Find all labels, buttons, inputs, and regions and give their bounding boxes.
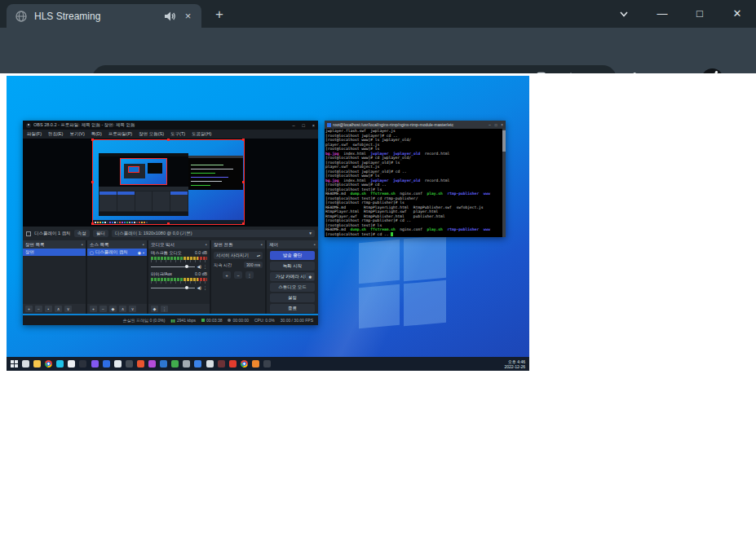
obs-mixer-channel-name: 데스크톱 오디오 (151, 250, 182, 256)
taskbar-app-icon (160, 360, 167, 368)
taskbar-app-icons (22, 360, 275, 368)
obs-source-visible-checkbox (26, 231, 31, 236)
obs-transition-button: ⋮ (245, 271, 254, 279)
taskbar-app-icon (206, 360, 214, 368)
taskbar-app-icon (218, 360, 225, 368)
obs-mixer-channel-name: 마이크/Aux (151, 271, 172, 277)
obs-sources-footer: +−◆∧∨ (87, 304, 147, 314)
nested-taskbar-icon (104, 222, 106, 223)
obs-controls-dock-header: 제어 ▪ (267, 240, 318, 249)
obs-scenes-footer-button: − (35, 306, 42, 312)
tab-title: HLS Streaming (34, 11, 160, 22)
selection-handle (242, 139, 245, 141)
obs-volume-slider-row: ◀)⋮ (148, 284, 210, 291)
streaming-active-icon (201, 319, 205, 322)
obs-transition-select: 서서히 사라지기 ▴▾ (214, 252, 263, 259)
obs-status-item: ▮▮2941 kbps (170, 318, 196, 323)
terminal-cursor (391, 232, 393, 236)
obs-scene-list: 장면 (23, 249, 86, 256)
terminal-minimize-icon: – (489, 123, 491, 127)
obs-meter-ticks (151, 260, 207, 262)
taskbar-app-icon (91, 360, 99, 368)
obs-source-toolbar: 디스플레이 1 캡처 속성 필터 디스플레이 1: 1920x1080 @ 0,… (23, 227, 318, 240)
taskbar-clock: 오후 4:46 2022-12-26 (504, 359, 527, 369)
obs-sources-dock: 소스 목록 ▪ ▢디스플레이 캡처◉▪ +−◆∧∨ (87, 240, 147, 314)
obs-status-text: 손실된 프레임 0 (0.0%) (123, 318, 166, 323)
tab-audio-speaker-icon[interactable] (163, 10, 176, 23)
nested-taskbar-icon (126, 222, 128, 223)
nested-taskbar-icon (114, 222, 116, 223)
window-close-button[interactable]: ✕ (718, 0, 756, 27)
obs-mixer-channel: 마이크/Aux0.0 dB◀)⋮ (148, 270, 210, 291)
window-maximize-button[interactable]: □ (681, 0, 718, 27)
obs-mixer-channel-name-row: 데스크톱 오디오0.0 dB (148, 249, 210, 257)
obs-control-button: 설정 (270, 293, 315, 302)
obs-menu-item: 도움말(H) (192, 131, 211, 137)
obs-source-toolbar-label: 디스플레이 1 캡처 (34, 231, 71, 236)
taskbar-app-icon (183, 360, 190, 368)
obs-menu-item: 장면 모음(S) (139, 131, 164, 137)
nested-taskbar-icon (136, 222, 138, 223)
obs-status-bar: 손실된 프레임 0 (0.0%)▮▮2941 kbps00:03:3800:00… (23, 314, 318, 325)
nested-capture-rect (120, 158, 167, 185)
obs-scenes-dock: 장면 목록 ▪ 장면 +−▪∧∨ (23, 240, 86, 314)
obs-status-text: 00:00:00 (232, 318, 248, 323)
recording-idle-icon (228, 319, 231, 322)
tab-hls-streaming[interactable]: HLS Streaming × (7, 4, 201, 28)
taskbar-date: 2022-12-26 (504, 364, 525, 369)
browser-window: HLS Streaming × + — □ ✕ ← → ⟳ localhost: (0, 0, 756, 537)
selection-handle (167, 139, 170, 141)
taskbar-app-icon (241, 360, 248, 368)
terminal-app-icon (327, 123, 331, 127)
taskbar-app-icon (56, 360, 64, 368)
speaker-icon: ◀) (197, 264, 201, 269)
new-tab-button[interactable]: + (212, 7, 227, 22)
hls-video-player[interactable]: OBS 28.0.2 - 프로파일: 제목 없음 - 장면: 제목 없음 – □… (7, 76, 529, 371)
terminal-line: [root@localhost test]# cd .. (325, 232, 502, 237)
window-minimize-button[interactable]: — (643, 0, 681, 27)
obs-mixer-dock: 오디오 믹서 ▪ 데스크톱 오디오0.0 dB◀)⋮마이크/Aux0.0 dB◀… (148, 240, 210, 314)
obs-meter-ticks (151, 281, 207, 284)
obs-minimize-icon: – (292, 123, 294, 128)
obs-menu-item: 도구(T) (170, 131, 185, 137)
obs-volume-slider (151, 288, 195, 288)
obs-transition-dock-title: 장면 전환 (214, 242, 233, 248)
obs-properties-button: 속성 (74, 230, 90, 237)
tab-search-chevron-icon[interactable] (605, 0, 643, 27)
obs-source-item-icons: ◉▪ (138, 250, 144, 255)
web-page: OBS 28.0.2 - 프로파일: 제목 없음 - 장면: 제목 없음 – □… (0, 73, 756, 537)
eye-visibility-icon: ◉ (138, 250, 141, 255)
putty-terminal-window: root@localhost:/usr/local/nginx-rtmp/ngi… (325, 121, 506, 237)
obs-status-text: CPU: 0.0% (254, 318, 275, 323)
nested-taskbar-icon (144, 222, 145, 223)
windows-start-icon (11, 360, 18, 368)
taskbar-app-icon (263, 360, 271, 368)
taskbar-app-icon (114, 360, 122, 368)
taskbar-time: 오후 4:46 (504, 359, 525, 364)
taskbar-app-icon (33, 360, 41, 368)
obs-mixer-db-value: 0.0 dB (195, 271, 207, 277)
obs-scenes-dock-header: 장면 목록 ▪ (23, 240, 86, 249)
selection-handle (91, 222, 94, 225)
obs-dock-area: 장면 목록 ▪ 장면 +−▪∧∨ 소스 목록 ▪ ▢디스플레이 캡처◉▪ +−◆… (23, 240, 318, 314)
tab-strip: HLS Streaming × + — □ ✕ (0, 0, 756, 28)
obs-transition-buttons: +−⋮ (211, 271, 265, 279)
taskbar-app-icon (103, 360, 110, 368)
taskbar-app-icon (194, 360, 201, 368)
nested-taskbar-icon (146, 222, 148, 223)
obs-sources-dock-header: 소스 목록 ▪ (87, 240, 147, 249)
obs-control-button: 방송 중단 (270, 251, 315, 260)
windows-taskbar: 오후 4:46 2022-12-26 (7, 357, 529, 371)
obs-source-item: ▢디스플레이 캡처◉▪ (87, 249, 147, 256)
obs-status-item: CPU: 0.0% (254, 318, 275, 323)
taskbar-app-icon (22, 360, 29, 368)
spinner-icon: ▴▾ (257, 254, 260, 257)
tab-close-icon[interactable]: × (181, 9, 195, 23)
obs-volume-slider-knob (185, 286, 188, 289)
obs-window-title: OBS 28.0.2 - 프로파일: 제목 없음 - 장면: 제목 없음 (33, 122, 292, 128)
nested-taskbar-icon (99, 222, 101, 223)
kebab-icon: ⋮ (203, 264, 207, 269)
nested-taskbar-icon (112, 222, 113, 223)
obs-mixer-footer-button: ◆ (151, 306, 158, 312)
selection-handle (242, 181, 245, 183)
